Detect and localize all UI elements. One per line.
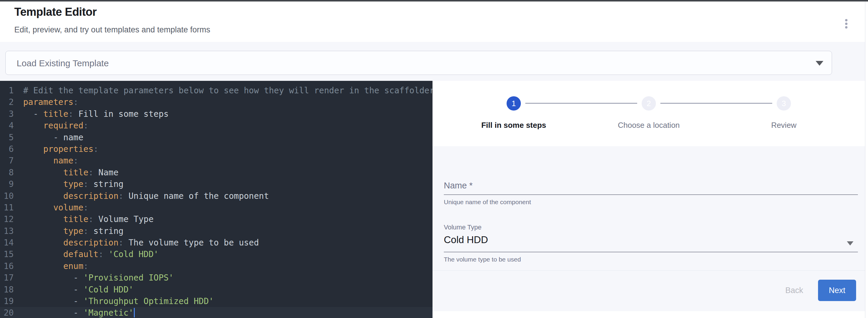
code-line[interactable]: 17 - 'Provisioned IOPS' (0, 272, 433, 284)
template-preview-panel: 1Fill in some steps2Choose a location3Re… (433, 81, 865, 318)
name-helper-text: Unique name of the component (444, 199, 531, 206)
code-line-content: description: The volume type to be used (14, 237, 259, 248)
code-line[interactable]: 20 - 'Magnetic' (0, 307, 433, 318)
load-existing-template-select[interactable]: Load Existing Template (5, 51, 832, 75)
code-line-content: - name (14, 132, 83, 143)
line-number: 20 (0, 307, 14, 318)
page-title: Template Editor (14, 6, 97, 19)
line-number: 9 (0, 178, 14, 190)
step-3-label: Review (771, 121, 796, 130)
code-line[interactable]: 4 required: (0, 120, 433, 131)
volume-type-select[interactable]: Cold HDD (444, 234, 488, 246)
volume-type-helper-text: The volume type to be used (444, 256, 521, 263)
step-connector (525, 103, 637, 104)
code-line[interactable]: 5 - name (0, 132, 433, 143)
line-number: 11 (0, 202, 14, 213)
name-input[interactable]: Name * (444, 181, 473, 190)
step-1-indicator: 1 (506, 96, 521, 111)
code-line[interactable]: 11 volume: (0, 202, 433, 213)
line-number: 5 (0, 132, 14, 143)
caret-down-icon (816, 61, 824, 66)
volume-type-underline (444, 252, 858, 252)
step-3-indicator: 3 (777, 96, 791, 111)
code-line-content: parameters: (14, 96, 78, 108)
window-top-edge (0, 0, 868, 1)
page-header: Template Editor Edit, preview, and try o… (0, 1, 868, 42)
code-line-content: properties: (14, 143, 98, 155)
code-line[interactable]: 3 - title: Fill in some steps (0, 108, 433, 120)
volume-type-label: Volume Type (444, 223, 482, 231)
step-2-label: Choose a location (618, 121, 680, 130)
code-line-content: type: string (14, 178, 123, 190)
code-line-content: - title: Fill in some steps (14, 108, 169, 120)
code-editor[interactable]: 1# Edit the template parameters below to… (0, 81, 433, 318)
code-line[interactable]: 6 properties: (0, 143, 433, 155)
line-number: 7 (0, 155, 14, 167)
next-button[interactable]: Next (818, 280, 856, 301)
line-number: 17 (0, 272, 14, 284)
code-line-content: required: (14, 120, 88, 131)
code-line[interactable]: 14 description: The volume type to be us… (0, 237, 433, 248)
code-line[interactable]: 2parameters: (0, 96, 433, 108)
code-line-content: name: (14, 155, 78, 167)
code-line[interactable]: 10 description: Unique name of the compo… (0, 190, 433, 202)
line-number: 3 (0, 108, 14, 120)
line-number: 14 (0, 237, 14, 248)
caret-down-icon (847, 241, 854, 246)
footer-divider (433, 271, 865, 271)
step-2-indicator: 2 (642, 96, 656, 111)
line-number: 12 (0, 213, 14, 225)
line-number: 4 (0, 120, 14, 131)
main-split: 1# Edit the template parameters below to… (0, 81, 868, 318)
name-input-underline[interactable] (444, 195, 858, 195)
line-number: 15 (0, 248, 14, 260)
load-existing-template-placeholder: Load Existing Template (17, 58, 109, 68)
code-line-content: enum: (14, 260, 88, 272)
code-line[interactable]: 1# Edit the template parameters below to… (0, 85, 433, 96)
line-number: 6 (0, 143, 14, 155)
code-line[interactable]: 9 type: string (0, 178, 433, 190)
code-line[interactable]: 15 default: 'Cold HDD' (0, 248, 433, 260)
code-line-content: - 'Magnetic' (14, 307, 135, 318)
code-line[interactable]: 8 title: Name (0, 167, 433, 178)
more-options-button[interactable] (840, 16, 853, 32)
code-line[interactable]: 16 enum: (0, 260, 433, 272)
line-number: 10 (0, 190, 14, 202)
line-number: 16 (0, 260, 14, 272)
back-button[interactable]: Back (773, 280, 815, 301)
code-line[interactable]: 12 title: Volume Type (0, 213, 433, 225)
step-1-label: Fill in some steps (481, 121, 546, 130)
code-line-content: type: string (14, 225, 123, 237)
wizard-stepper: 1Fill in some steps2Choose a location3Re… (433, 81, 865, 146)
code-line-content: - 'Throughput Optimized HDD' (14, 295, 214, 307)
step-connector (660, 103, 772, 104)
stepper-track: 1Fill in some steps2Choose a location3Re… (446, 81, 851, 146)
code-line-content: volume: (14, 202, 88, 213)
code-line[interactable]: 7 name: (0, 155, 433, 167)
scrollbar-track[interactable] (865, 1, 868, 318)
line-number: 2 (0, 96, 14, 108)
code-line-content: default: 'Cold HDD' (14, 248, 159, 260)
code-line-content: - 'Cold HDD' (14, 284, 133, 295)
line-number: 19 (0, 295, 14, 307)
code-line[interactable]: 13 type: string (0, 225, 433, 237)
code-line[interactable]: 18 - 'Cold HDD' (0, 284, 433, 295)
code-line-content: # Edit the template parameters below to … (14, 85, 433, 96)
code-editor-lines: 1# Edit the template parameters below to… (0, 85, 433, 318)
code-line-content: title: Volume Type (14, 213, 154, 225)
code-line-content: description: Unique name of the componen… (14, 190, 269, 202)
code-line[interactable]: 19 - 'Throughput Optimized HDD' (0, 295, 433, 307)
line-number: 13 (0, 225, 14, 237)
code-line-content: - 'Provisioned IOPS' (14, 272, 174, 284)
template-loader-section: Load Existing Template (0, 42, 868, 81)
page-subtitle: Edit, preview, and try out templates and… (14, 25, 210, 34)
line-number: 18 (0, 284, 14, 295)
line-number: 1 (0, 85, 14, 96)
wizard-form: Name * Unique name of the component Volu… (433, 146, 865, 311)
line-number: 8 (0, 167, 14, 178)
code-line-content: title: Name (14, 167, 118, 178)
text-cursor (134, 308, 135, 317)
